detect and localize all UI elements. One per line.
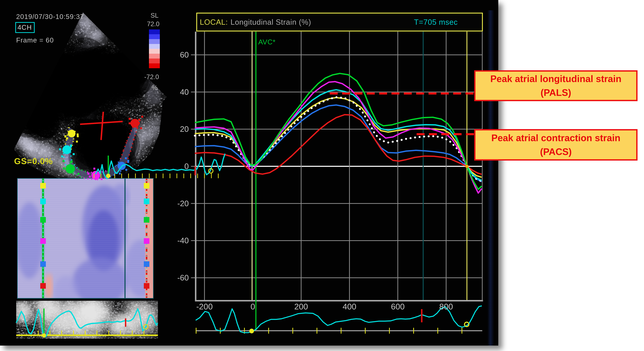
pacs-annotation-box: Peak atrial contraction strain (PACS): [474, 129, 638, 161]
y-tick--60: -60: [167, 273, 189, 282]
anatomical-mmode-strip: [16, 300, 158, 340]
pals-annotation-line2: (PALS): [476, 86, 636, 100]
chart-header-bar: LOCAL: Longitudinal Strain (%) T=705 mse…: [196, 13, 483, 32]
x-tick-400: 400: [333, 302, 366, 311]
x-tick-200: 200: [285, 302, 317, 311]
strain-colorbar: [149, 30, 160, 68]
x-tick-800: 800: [430, 302, 462, 311]
pacs-annotation-line2: (PACS): [476, 145, 636, 159]
figure-page: { "ultrasound": { "timestamp": "2019/07/…: [0, 0, 644, 351]
avc-marker-label: AVC*: [258, 38, 276, 46]
colorbar-unit: %: [143, 84, 166, 92]
color-mmode-panel: [17, 178, 154, 299]
x-tick-600: 600: [382, 302, 414, 311]
y-tick--40: -40: [167, 236, 189, 245]
colorbar-max-value: 72.0: [142, 20, 165, 28]
colorbar-title: SL: [143, 12, 166, 19]
x-tick-0: 0: [237, 302, 269, 311]
y-tick-40: 40: [167, 87, 189, 97]
time-cursor-readout: T=705 msec: [414, 18, 458, 27]
y-tick--20: -20: [167, 199, 189, 208]
x-tick--200: -200: [188, 302, 221, 311]
pacs-annotation-line1: Peak atrial contraction strain: [476, 131, 636, 145]
color-mmode-graphic: [18, 179, 153, 298]
pals-annotation-line1: Peak atrial longitudinal strain: [476, 72, 636, 86]
acquisition-timestamp: 2019/07/30-10:59:37: [16, 13, 84, 21]
global-strain-value: GS=0.0%: [14, 156, 53, 166]
chart-title: Longitudinal Strain (%): [230, 18, 311, 27]
pals-annotation-box: Peak atrial longitudinal strain (PALS): [474, 70, 638, 101]
frame-counter: Frame = 60: [16, 36, 54, 44]
colorbar-min-value: -72.0: [140, 73, 163, 81]
window-edge-stripe: [488, 10, 494, 345]
y-tick-60: 60: [167, 50, 189, 59]
y-tick-20: 20: [167, 124, 189, 134]
chart-local-label: LOCAL:: [200, 18, 228, 27]
y-tick-0: 0: [167, 162, 189, 171]
